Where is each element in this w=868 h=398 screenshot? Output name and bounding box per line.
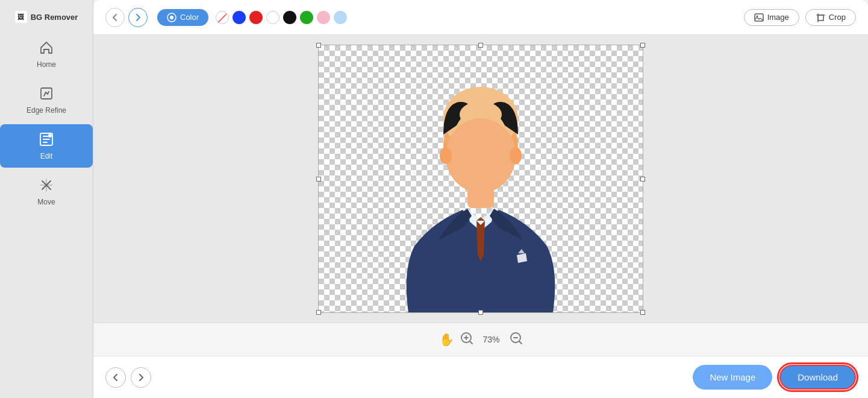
edge-refine-icon	[39, 86, 54, 104]
new-image-button[interactable]: New Image	[693, 365, 772, 390]
color-swatch-green[interactable]	[300, 11, 313, 24]
person-svg	[378, 77, 583, 312]
action-nav-buttons	[105, 367, 151, 388]
person-layer	[319, 45, 643, 312]
zoom-in-icon[interactable]	[460, 332, 473, 348]
image-canvas	[318, 45, 643, 313]
toolbar-right: Image Crop	[744, 9, 856, 26]
svg-point-14	[510, 147, 522, 164]
color-swatch-transparent[interactable]	[216, 11, 229, 24]
color-button[interactable]: Color	[157, 9, 208, 26]
forward-button[interactable]	[128, 8, 148, 27]
svg-point-4	[170, 16, 173, 19]
color-swatch-blue[interactable]	[233, 11, 246, 24]
action-forward-button[interactable]	[131, 367, 151, 388]
zoom-percent: 73%	[479, 335, 504, 344]
svg-rect-7	[818, 15, 823, 21]
toolbar-nav	[105, 8, 148, 27]
zoom-out-icon[interactable]	[510, 332, 523, 348]
download-button[interactable]: Download	[779, 365, 856, 390]
app-icon: 🖼	[15, 11, 27, 23]
color-palette	[216, 11, 347, 24]
sidebar-item-edit[interactable]: Edit	[0, 124, 93, 168]
sidebar-item-home[interactable]: Home	[0, 33, 93, 76]
image-button[interactable]: Image	[744, 9, 799, 26]
svg-point-2	[48, 134, 52, 137]
move-icon	[39, 177, 54, 195]
svg-rect-5	[755, 14, 763, 21]
back-button[interactable]	[105, 8, 125, 27]
sidebar-nav: Home Edge Refine Edit	[0, 33, 93, 213]
crop-button[interactable]: Crop	[805, 9, 856, 26]
action-back-button[interactable]	[105, 367, 126, 388]
edit-icon	[39, 131, 54, 150]
sidebar-item-edge-refine[interactable]: Edge Refine	[0, 78, 93, 122]
zoom-controls: ✋ 73%	[439, 332, 523, 348]
toolbar: Color	[93, 0, 868, 35]
color-swatch-light-blue[interactable]	[334, 11, 347, 24]
svg-rect-12	[467, 187, 494, 208]
app-title: 🖼 BG Remover	[15, 6, 78, 33]
svg-point-6	[756, 15, 758, 17]
color-swatch-white[interactable]	[266, 11, 279, 24]
home-icon	[39, 40, 54, 58]
sidebar-item-move[interactable]: Move	[0, 170, 93, 213]
svg-point-11	[446, 118, 516, 193]
zoom-controls-bar: ✋ 73%	[93, 323, 868, 356]
main-panel: Color	[93, 0, 868, 398]
action-buttons: New Image Download	[693, 365, 856, 390]
canvas-area	[93, 35, 868, 323]
action-bar: New Image Download	[93, 356, 868, 398]
color-swatch-pink[interactable]	[317, 11, 330, 24]
color-swatch-red[interactable]	[249, 11, 263, 24]
sidebar: 🖼 BG Remover Home Edge Refine	[0, 0, 93, 398]
color-swatch-black[interactable]	[283, 11, 296, 24]
svg-point-13	[440, 147, 452, 164]
hand-tool-icon[interactable]: ✋	[439, 332, 454, 347]
